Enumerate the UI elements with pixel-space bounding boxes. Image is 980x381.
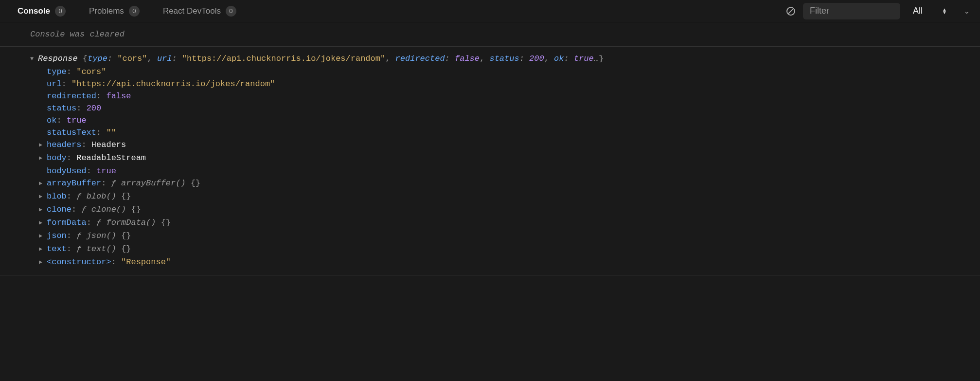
prop-blob[interactable]: blob: ƒ blob() {} <box>39 190 980 203</box>
svg-line-1 <box>788 9 793 14</box>
chevron-down-icon[interactable]: ⌄ <box>960 4 974 18</box>
prop-clone[interactable]: clone: ƒ clone() {} <box>39 203 980 217</box>
tab-problems[interactable]: Problems 0 <box>89 6 140 17</box>
disclosure-triangle-icon[interactable] <box>39 139 46 151</box>
prop-bodyused: bodyUsed: true <box>39 165 980 177</box>
disclosure-triangle-icon[interactable] <box>39 256 46 269</box>
toolbar-right: All ▲▼ ⌄ <box>785 3 974 19</box>
prop-arraybuffer[interactable]: arrayBuffer: ƒ arrayBuffer() {} <box>39 177 980 190</box>
log-level-label: All <box>913 6 923 16</box>
console-cleared-message: Console was cleared <box>0 22 980 47</box>
clear-console-icon[interactable] <box>785 6 796 17</box>
disclosure-triangle-icon[interactable] <box>39 178 46 190</box>
tab-react-label: React DevTools <box>163 6 221 16</box>
tab-problems-label: Problems <box>89 6 124 16</box>
disclosure-triangle-icon[interactable] <box>39 243 46 255</box>
tab-strip: Console 0 Problems 0 React DevTools 0 <box>6 6 236 17</box>
prop-body[interactable]: body: ReadableStream <box>39 152 980 165</box>
prop-redirected: redirected: false <box>39 90 980 102</box>
disclosure-triangle-icon[interactable] <box>39 204 46 216</box>
filter-input[interactable] <box>803 3 900 19</box>
tab-console-badge: 0 <box>55 6 66 17</box>
prop-type: type: "cors" <box>39 66 980 78</box>
disclosure-triangle-icon[interactable] <box>30 53 37 65</box>
tab-console-label: Console <box>18 6 50 16</box>
object-summary-row[interactable]: Response {type: "cors", url: "https://ap… <box>30 53 980 66</box>
tab-react-devtools[interactable]: React DevTools 0 <box>163 6 236 17</box>
disclosure-triangle-icon[interactable] <box>39 152 46 164</box>
prop-ok: ok: true <box>39 114 980 127</box>
prop-url: url: "https://api.chucknorris.io/jokes/r… <box>39 78 980 90</box>
prop-statustext: statusText: "" <box>39 127 980 139</box>
tab-console[interactable]: Console 0 <box>18 6 66 17</box>
select-arrows-icon: ▲▼ <box>942 8 947 14</box>
toolbar: Console 0 Problems 0 React DevTools 0 Al… <box>0 0 980 22</box>
tab-react-badge: 0 <box>226 6 236 17</box>
prop-json[interactable]: json: ƒ json() {} <box>39 230 980 243</box>
tab-problems-badge: 0 <box>129 6 140 17</box>
prop-headers[interactable]: headers: Headers <box>39 139 980 152</box>
object-class-name: Response <box>38 54 78 63</box>
prop-formdata[interactable]: formData: ƒ formData() {} <box>39 217 980 230</box>
log-level-select[interactable]: All ▲▼ <box>907 3 953 19</box>
prop-text[interactable]: text: ƒ text() {} <box>39 243 980 256</box>
disclosure-triangle-icon[interactable] <box>39 217 46 229</box>
console-log-entry: Response {type: "cors", url: "https://ap… <box>0 47 980 275</box>
prop-status: status: 200 <box>39 102 980 114</box>
prop-constructor[interactable]: <constructor>: "Response" <box>39 256 980 269</box>
disclosure-triangle-icon[interactable] <box>39 230 46 242</box>
object-expanded-children: type: "cors" url: "https://api.chucknorr… <box>30 66 980 269</box>
disclosure-triangle-icon[interactable] <box>39 191 46 203</box>
console-log-area: Console was cleared Response {type: "cor… <box>0 22 980 275</box>
